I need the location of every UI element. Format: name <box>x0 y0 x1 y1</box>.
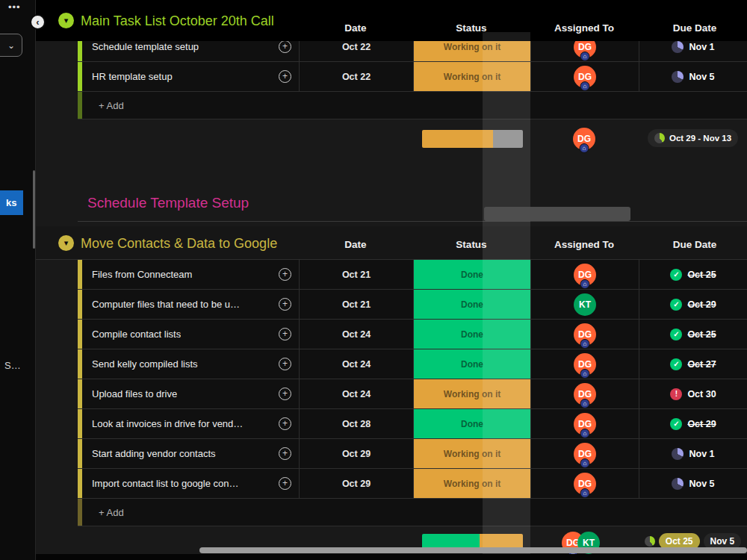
add-update-icon[interactable]: + <box>279 358 291 370</box>
task-date[interactable]: Oct 21 <box>299 260 413 289</box>
sidebar-scrollbar[interactable] <box>33 170 35 249</box>
task-name-cell[interactable]: Upload files to drive + <box>82 379 299 408</box>
column-header-due[interactable]: Due Date <box>673 22 717 34</box>
task-name-cell[interactable]: Send kelly compiled lists + <box>82 349 299 379</box>
column-header-assigned[interactable]: Assigned To <box>554 22 614 34</box>
status-cell[interactable]: Working on it <box>413 379 530 408</box>
add-update-icon[interactable]: + <box>279 477 291 490</box>
task-name-cell[interactable]: Start adding vendor contacts + <box>82 439 299 468</box>
status-cell[interactable]: Working on it <box>413 439 530 468</box>
table-row[interactable]: Upload files to drive + Oct 24 Working o… <box>78 379 747 409</box>
add-task-row[interactable]: + Add <box>78 499 747 526</box>
due-date-cell[interactable]: Nov 1 <box>639 439 747 468</box>
status-cell[interactable]: Working on it <box>413 469 530 498</box>
due-date-cell[interactable]: ✓ Oct 25 <box>639 320 747 349</box>
group-header: ▾ Main Task List October 20th Call Date … <box>36 0 747 41</box>
task-name-cell[interactable]: Computer files that need to be u… + <box>82 290 299 319</box>
due-date-cell[interactable]: Nov 5 <box>639 469 747 498</box>
status-cell[interactable]: Done <box>413 320 530 349</box>
avatar: DG⌂ <box>574 473 596 495</box>
add-update-icon[interactable]: + <box>279 417 291 430</box>
table-row[interactable]: HR template setup + Oct 22 Working on it… <box>78 62 747 92</box>
status-cell[interactable]: Working on it <box>413 62 530 91</box>
task-date[interactable]: Oct 24 <box>299 349 413 379</box>
column-header-assigned[interactable]: Assigned To <box>554 239 614 250</box>
due-date-cell[interactable]: Nov 5 <box>639 62 747 91</box>
status-distribution-bar[interactable] <box>422 130 523 148</box>
column-header-date[interactable]: Date <box>344 22 366 34</box>
task-name-cell[interactable]: Import contact list to google con… + <box>82 469 299 498</box>
assignee-cell[interactable]: KT <box>530 290 639 319</box>
task-name: HR template setup <box>92 71 173 82</box>
group-title[interactable]: Main Task List October 20th Call <box>81 13 274 29</box>
group-title[interactable]: Move Contacts & Data to Google <box>81 236 277 252</box>
add-update-icon[interactable]: + <box>279 268 291 281</box>
summary-due-range[interactable]: Oct 29 - Nov 13 <box>639 129 747 147</box>
task-date[interactable]: Oct 29 <box>299 469 413 498</box>
assignee-cell[interactable]: DG⌂ <box>530 469 639 498</box>
status-cell[interactable]: Done <box>413 260 530 289</box>
status-cell[interactable]: Done <box>413 290 530 319</box>
sidebar-dropdown[interactable]: ⌄ <box>0 34 22 57</box>
collapse-group-icon[interactable]: ▾ <box>58 235 74 251</box>
avatar-initials: DG <box>578 72 592 82</box>
task-name-cell[interactable]: Files from Connecteam + <box>82 260 299 289</box>
add-update-icon[interactable]: + <box>279 40 291 53</box>
add-update-icon[interactable]: + <box>279 328 291 340</box>
due-date: Nov 5 <box>689 479 714 489</box>
status-bar-working <box>422 130 493 148</box>
add-update-icon[interactable]: + <box>279 70 291 83</box>
due-date-cell[interactable]: ✓ Oct 29 <box>639 409 747 438</box>
table-row[interactable]: Computer files that need to be u… + Oct … <box>78 290 747 320</box>
add-task-label: + Add <box>99 100 124 111</box>
summary-assignees[interactable]: DG⌂ <box>573 128 595 150</box>
horizontal-scrollbar[interactable] <box>199 547 747 553</box>
menu-dots-icon[interactable]: ••• <box>8 1 21 13</box>
task-name-cell[interactable]: Look at invoices in drive for vend… + <box>82 409 299 438</box>
avatar-initials: DG <box>577 134 591 144</box>
table-row[interactable]: Send kelly compiled lists + Oct 24 Done … <box>78 349 747 379</box>
task-date[interactable]: Oct 28 <box>299 409 413 438</box>
table-row[interactable]: Compile contact lists + Oct 24 Done DG⌂ … <box>78 320 747 349</box>
due-date-cell[interactable]: ✓ Oct 27 <box>639 349 747 379</box>
due-date-cell[interactable]: ✓ Oct 25 <box>639 260 747 289</box>
task-date[interactable]: Oct 29 <box>299 439 413 468</box>
check-icon: ✓ <box>670 269 682 281</box>
group-title-schedule-template[interactable]: Schedule Template Setup <box>87 195 249 211</box>
assignee-cell[interactable]: DG⌂ <box>530 349 639 379</box>
assignee-cell[interactable]: DG⌂ <box>530 320 639 349</box>
task-date[interactable]: Oct 21 <box>299 290 413 319</box>
status-cell[interactable]: Done <box>413 349 530 379</box>
assignee-cell[interactable]: DG⌂ <box>530 439 639 468</box>
column-header-status[interactable]: Status <box>456 239 486 250</box>
add-update-icon[interactable]: + <box>279 388 291 400</box>
add-update-icon[interactable]: + <box>279 447 291 460</box>
table-row[interactable]: Look at invoices in drive for vend… + Oc… <box>78 409 747 439</box>
task-date[interactable]: Oct 24 <box>299 379 413 408</box>
task-date[interactable]: Oct 24 <box>299 320 413 349</box>
status-cell[interactable]: Done <box>413 409 530 438</box>
sidebar-item-tasks[interactable]: ks <box>0 190 23 215</box>
task-name-cell[interactable]: Compile contact lists + <box>82 320 299 349</box>
column-header-status[interactable]: Status <box>456 22 486 34</box>
assignee-cell[interactable]: DG⌂ <box>530 409 639 438</box>
collapse-group-icon[interactable]: ▾ <box>58 13 74 28</box>
assignee-cell[interactable]: DG⌂ <box>530 260 639 289</box>
due-date-cell[interactable]: ✓ Oct 29 <box>639 290 747 319</box>
chevron-down-icon: ⌄ <box>7 40 15 51</box>
assignee-cell[interactable]: DG⌂ <box>530 62 639 91</box>
table-row[interactable]: Files from Connecteam + Oct 21 Done DG⌂ … <box>78 260 747 290</box>
add-task-row[interactable]: + Add <box>78 92 747 119</box>
task-date[interactable]: Oct 22 <box>299 62 413 91</box>
column-header-date[interactable]: Date <box>344 239 366 250</box>
due-date-cell[interactable]: ! Oct 30 <box>639 379 747 408</box>
table-row[interactable]: Start adding vendor contacts + Oct 29 Wo… <box>78 439 747 469</box>
task-name-cell[interactable]: HR template setup + <box>82 62 299 91</box>
task-name: Compile contact lists <box>92 329 181 340</box>
add-update-icon[interactable]: + <box>279 298 291 311</box>
sidebar-item-secondary[interactable]: S… <box>4 360 21 371</box>
column-header-due[interactable]: Due Date <box>673 239 717 250</box>
collapse-sidebar-button[interactable]: ‹ <box>30 14 46 30</box>
table-row[interactable]: Import contact list to google con… + Oct… <box>78 469 747 499</box>
assignee-cell[interactable]: DG⌂ <box>530 379 639 408</box>
